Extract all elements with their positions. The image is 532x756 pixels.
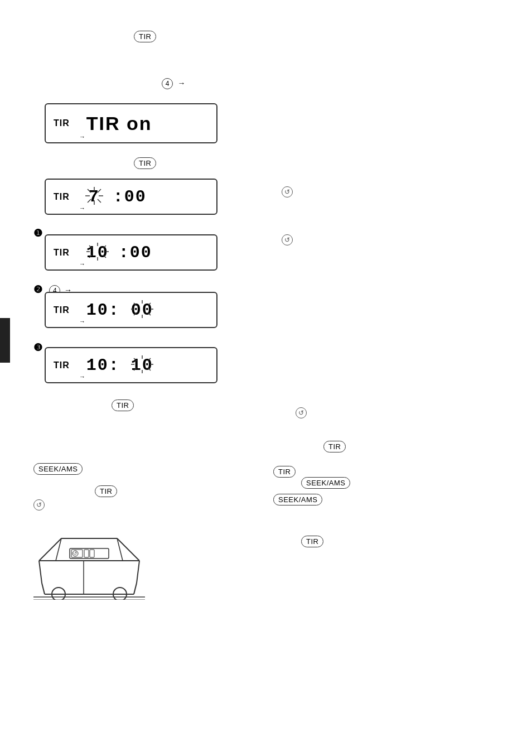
svg-line-20 bbox=[134, 303, 137, 306]
svg-line-15 bbox=[89, 255, 92, 258]
svg-rect-46 bbox=[84, 550, 89, 557]
svg-line-21 bbox=[148, 312, 151, 315]
display-time-7: TIR 7 :00 bbox=[45, 179, 217, 215]
display-10-blink: TIR 10: 00 → bbox=[45, 292, 217, 328]
svg-line-34 bbox=[134, 583, 137, 594]
bullet-3: ❸ bbox=[33, 341, 42, 354]
svg-line-37 bbox=[39, 538, 61, 561]
display-time7-label: TIR bbox=[54, 192, 70, 202]
car-diagram: ↺ bbox=[33, 511, 145, 602]
display-time7-arrow: → bbox=[79, 205, 85, 211]
tir-button-right-1[interactable]: TIR bbox=[323, 441, 346, 452]
tir-button-2[interactable]: TIR bbox=[134, 157, 156, 169]
display-tir-on-arrow: → bbox=[79, 133, 85, 140]
circled-4: 4 bbox=[162, 78, 173, 89]
tir-button-right-2[interactable]: TIR bbox=[273, 466, 296, 478]
svg-line-35 bbox=[39, 561, 42, 583]
display-time7-value: 7 :00 bbox=[86, 187, 147, 206]
svg-line-29 bbox=[148, 368, 151, 370]
svg-line-28 bbox=[134, 358, 137, 361]
svg-line-6 bbox=[98, 189, 101, 192]
tir-button-top[interactable]: TIR bbox=[134, 31, 156, 42]
svg-line-5 bbox=[98, 199, 101, 203]
svg-line-33 bbox=[42, 583, 45, 594]
display-10set-arrow: → bbox=[79, 261, 85, 267]
step4-arrow-ref: 4 → bbox=[162, 78, 185, 89]
svg-line-12 bbox=[89, 245, 92, 248]
display-10-10: TIR 10: 10 → bbox=[45, 347, 217, 383]
seek-ams-button-left[interactable]: SEEK/AMS bbox=[33, 463, 83, 475]
display-1010-label: TIR bbox=[54, 360, 70, 370]
rotate-sym-right-col: ↺ bbox=[296, 407, 307, 418]
svg-rect-47 bbox=[90, 550, 94, 557]
seek-ams-right-2[interactable]: SEEK/AMS bbox=[273, 494, 322, 505]
rotate-symbol-right-2: ↺ bbox=[282, 234, 293, 245]
rotate-symbol-right-1: ↺ bbox=[282, 186, 293, 198]
display-1010-arrow: → bbox=[79, 373, 85, 380]
side-bookmark bbox=[0, 318, 10, 363]
display-10blink-value: 10: 00 bbox=[86, 301, 152, 320]
display-10set-value: 10 :00 bbox=[86, 243, 152, 262]
svg-line-7 bbox=[88, 199, 91, 203]
svg-line-30 bbox=[148, 358, 151, 361]
bullet-1: ❶ bbox=[33, 227, 42, 239]
svg-line-23 bbox=[134, 312, 137, 315]
display-tir-on-value: TIR on bbox=[86, 113, 152, 134]
display-10blink-arrow: → bbox=[79, 318, 85, 325]
display-tir-on-label: TIR bbox=[54, 118, 70, 128]
rotate-sym-bottom-left: ↺ bbox=[33, 499, 45, 511]
display-10blink-label: TIR bbox=[54, 305, 70, 315]
svg-line-38 bbox=[117, 538, 139, 561]
display-tir-on: TIR TIR on → bbox=[45, 103, 217, 143]
seek-ams-right-1[interactable]: SEEK/AMS bbox=[301, 477, 350, 489]
tir-button-right-3[interactable]: TIR bbox=[301, 536, 323, 547]
svg-line-36 bbox=[137, 561, 139, 583]
svg-line-13 bbox=[103, 255, 106, 258]
svg-line-31 bbox=[134, 368, 137, 370]
display-10-set: TIR 10 :00 → bbox=[45, 234, 217, 271]
svg-line-4 bbox=[88, 189, 91, 192]
display-10set-label: TIR bbox=[54, 248, 70, 258]
svg-line-14 bbox=[103, 245, 106, 248]
svg-text:↺: ↺ bbox=[73, 551, 78, 556]
tir-button-3[interactable]: TIR bbox=[112, 399, 134, 411]
display-1010-value: 10: 10 bbox=[86, 356, 152, 375]
page-root: TIR 4 → TIR TIR on → TIR TIR bbox=[0, 0, 532, 756]
svg-line-22 bbox=[148, 303, 151, 306]
tir-button-bottom-left[interactable]: TIR bbox=[95, 485, 117, 497]
